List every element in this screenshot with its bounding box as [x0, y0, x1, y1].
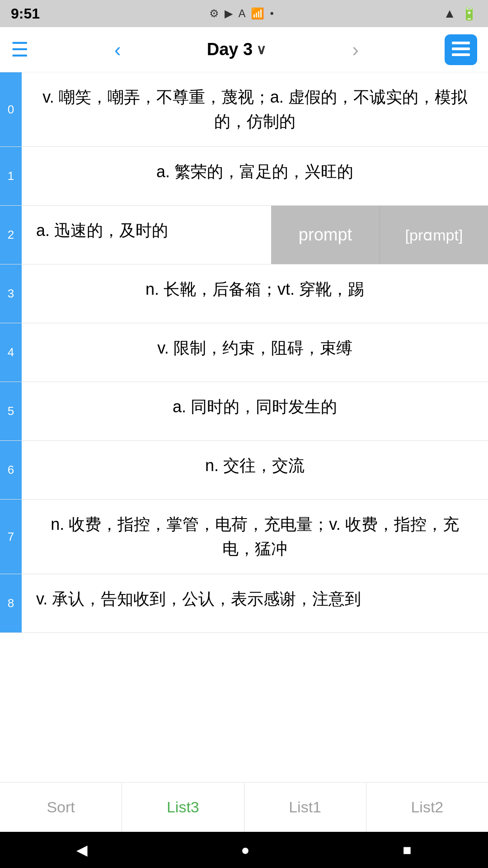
tab-list2[interactable]: List2 — [366, 783, 488, 832]
android-recent-button[interactable]: ■ — [403, 842, 411, 859]
svg-rect-0 — [452, 42, 470, 44]
bottom-tab-bar: Sort List3 List1 List2 — [0, 782, 488, 832]
word-row[interactable]: 6 n. 交往，交流 — [0, 441, 488, 500]
nav-bar: ☰ ‹ Day 3 ∨ › — [0, 27, 488, 72]
word-list-area: 0 v. 嘲笑，嘲弄，不尊重，蔑视；a. 虚假的，不诚实的，模拟的，仿制的 1 … — [0, 72, 488, 782]
font-icon: A — [238, 7, 245, 20]
android-back-button[interactable]: ◀ — [76, 841, 88, 859]
row-definition-5: a. 同时的，同时发生的 — [22, 382, 488, 440]
row-index-0: 0 — [0, 72, 22, 146]
wifi-icon: 📶 — [251, 7, 264, 20]
row-index-1: 1 — [0, 147, 22, 205]
status-bar: 9:51 ⚙ ▶ A 📶 • ▲ 🔋 — [0, 0, 488, 27]
tab-sort[interactable]: Sort — [0, 783, 122, 832]
play-icon: ▶ — [225, 7, 233, 20]
row-definition-8: v. 承认，告知收到，公认，表示感谢，注意到 — [22, 574, 488, 632]
status-icons: ⚙ ▶ A 📶 • — [209, 7, 273, 20]
row-definition-6: n. 交往，交流 — [22, 441, 488, 499]
tab-list3[interactable]: List3 — [122, 783, 244, 832]
battery-icon: 🔋 — [461, 6, 477, 21]
popup-word: prompt — [271, 206, 380, 264]
android-home-button[interactable]: ● — [241, 842, 249, 859]
row-index-4: 4 — [0, 323, 22, 382]
row-index-7: 7 — [0, 500, 22, 574]
nav-list-view-icon[interactable] — [445, 34, 477, 65]
nav-title-text: Day 3 — [207, 40, 253, 59]
menu-icon[interactable]: ☰ — [11, 38, 28, 61]
signal-icon: ▲ — [443, 6, 456, 21]
word-row[interactable]: 8 v. 承认，告知收到，公认，表示感谢，注意到 — [0, 574, 488, 633]
popup-phonetic: [prɑmpt] — [380, 206, 488, 264]
row-index-6: 6 — [0, 441, 22, 499]
word-row[interactable]: 4 v. 限制，约束，阻碍，束缚 — [0, 323, 488, 382]
row-definition-4: v. 限制，约束，阻碍，束缚 — [22, 323, 488, 382]
word-row[interactable]: 7 n. 收费，指控，掌管，电荷，充电量；v. 收费，指控，充电，猛冲 — [0, 500, 488, 574]
row-definition-7: n. 收费，指控，掌管，电荷，充电量；v. 收费，指控，充电，猛冲 — [22, 500, 488, 574]
row-definition-0: v. 嘲笑，嘲弄，不尊重，蔑视；a. 虚假的，不诚实的，模拟的，仿制的 — [22, 72, 488, 146]
word-row[interactable]: 1 a. 繁荣的，富足的，兴旺的 — [0, 147, 488, 206]
row-definition-1: a. 繁荣的，富足的，兴旺的 — [22, 147, 488, 205]
word-row[interactable]: 5 a. 同时的，同时发生的 — [0, 382, 488, 441]
svg-rect-1 — [452, 47, 470, 50]
tab-list1[interactable]: List1 — [244, 783, 366, 832]
word-row[interactable]: 0 v. 嘲笑，嘲弄，不尊重，蔑视；a. 虚假的，不诚实的，模拟的，仿制的 — [0, 72, 488, 147]
gear-icon: ⚙ — [209, 7, 219, 20]
row-index-3: 3 — [0, 264, 22, 323]
nav-back-icon[interactable]: ‹ — [114, 38, 121, 61]
status-right: ▲ 🔋 — [443, 6, 477, 21]
dropdown-icon[interactable]: ∨ — [256, 42, 266, 57]
word-popup[interactable]: prompt [prɑmpt] — [271, 206, 488, 264]
nav-title: Day 3 ∨ — [207, 40, 266, 59]
word-row[interactable]: 2 a. 迅速的，及时的 prompt [prɑmpt] — [0, 206, 488, 264]
row-definition-3: n. 长靴，后备箱；vt. 穿靴，踢 — [22, 264, 488, 323]
svg-rect-2 — [452, 53, 470, 56]
android-nav-bar: ◀ ● ■ — [0, 832, 488, 868]
dot-icon: • — [270, 7, 273, 20]
row-index-5: 5 — [0, 382, 22, 440]
word-row[interactable]: 3 n. 长靴，后备箱；vt. 穿靴，踢 — [0, 264, 488, 323]
status-time: 9:51 — [11, 5, 40, 22]
row-index-8: 8 — [0, 574, 22, 632]
row-index-2: 2 — [0, 206, 22, 264]
nav-forward-icon[interactable]: › — [352, 38, 359, 61]
